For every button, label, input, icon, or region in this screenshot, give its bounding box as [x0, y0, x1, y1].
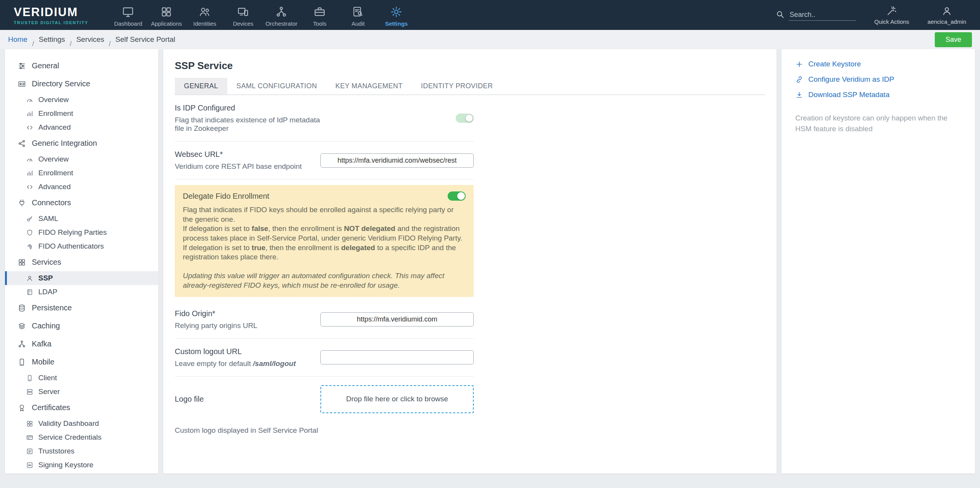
breadcrumb-services[interactable]: Services: [76, 35, 104, 44]
sidebar-subitem-configuration[interactable]: Configuration: [5, 472, 158, 473]
websec-url-input[interactable]: [320, 153, 474, 168]
sidebar-subitem-fido-authenticators[interactable]: FIDO Authenticators: [5, 239, 158, 253]
sidebar-item-directory-service[interactable]: Directory Service: [5, 75, 158, 93]
tools-icon: [314, 6, 326, 18]
is-idp-configured-toggle[interactable]: [456, 114, 474, 123]
brand-logo[interactable]: VERIDIUM TRUSTED DIGITAL IDENTITY: [14, 5, 88, 25]
sidebar-subitem-validity-dashboard[interactable]: Validity Dashboard: [5, 417, 158, 430]
toggle-knob: [457, 192, 465, 200]
sidebar-label: Validity Dashboard: [38, 419, 99, 428]
custom-logout-url-input[interactable]: [320, 350, 474, 364]
devices-icon: [237, 6, 249, 18]
sidebar-subitem-ds-advanced[interactable]: Advanced: [5, 120, 158, 134]
sidebar-label: LDAP: [38, 288, 57, 296]
tab-saml-configuration[interactable]: SAML CONFIGURATION: [227, 78, 326, 94]
identities-icon: [199, 6, 211, 18]
phone-icon: [26, 374, 33, 382]
sidebar-item-kafka[interactable]: Kafka: [5, 335, 158, 353]
nav-label: Devices: [233, 20, 253, 27]
shield-icon: [26, 229, 33, 236]
code-icon: [26, 183, 33, 191]
sidebar-subitem-ldap[interactable]: LDAP: [5, 285, 158, 299]
nav-devices[interactable]: Devices: [224, 3, 262, 27]
sidebar-subitem-client[interactable]: Client: [5, 371, 158, 385]
nav-tools[interactable]: Tools: [300, 3, 339, 27]
configure-veridium-as-idp-link[interactable]: Configure Veridium as IDP: [795, 75, 961, 84]
gauge-icon: [26, 96, 33, 104]
nav-audit[interactable]: Audit: [339, 3, 377, 27]
search-input[interactable]: [789, 9, 856, 21]
nav-label: Orchestrator: [266, 20, 297, 27]
sidebar-subitem-service-credentials[interactable]: Service Credentials: [5, 430, 158, 444]
tab-general[interactable]: GENERAL: [175, 78, 227, 94]
sidebar-item-persistence[interactable]: Persistence: [5, 299, 158, 317]
delegate-fido-toggle[interactable]: [448, 191, 466, 201]
field-description: Custom logo displayed in Self Service Po…: [175, 426, 474, 435]
download-ssp-metadata-link[interactable]: Download SSP Metadata: [795, 91, 961, 99]
sidebar-subitem-gi-enrollment[interactable]: Enrollment: [5, 166, 158, 180]
sidebar-item-services[interactable]: Services: [5, 253, 158, 271]
breadcrumb-current-page: Self Service Portal: [115, 35, 175, 44]
logo-file-dropzone[interactable]: Drop file here or click to browse: [320, 385, 474, 413]
sidebar-subitem-ssp[interactable]: SSP: [5, 271, 158, 285]
sidebar-subitem-saml[interactable]: SAML: [5, 212, 158, 226]
sidebar-label: Advanced: [38, 183, 71, 191]
field-warning-note: Updating this value will trigger an auto…: [183, 271, 466, 290]
dashboard-icon: [122, 6, 134, 18]
nav-label: Settings: [385, 20, 408, 27]
breadcrumb-settings[interactable]: Settings: [39, 35, 65, 44]
sidebar-label: Caching: [32, 321, 60, 330]
sidebar-label: Advanced: [38, 123, 71, 132]
brand-name: VERIDIUM: [14, 5, 88, 19]
sidebar-item-general[interactable]: General: [5, 57, 158, 75]
tab-identity-provider[interactable]: IDENTITY PROVIDER: [412, 78, 502, 94]
sidebar-subitem-server[interactable]: Server: [5, 385, 158, 399]
sidebar-item-mobile[interactable]: Mobile: [5, 353, 158, 371]
sidebar-item-generic-integration[interactable]: Generic Integration: [5, 134, 158, 152]
sidebar-subitem-fido-relying-parties[interactable]: FIDO Relying Parties: [5, 226, 158, 239]
sidebar-subitem-gi-overview[interactable]: Overview: [5, 152, 158, 166]
breadcrumb-separator: /: [32, 40, 34, 40]
create-keystore-link[interactable]: Create Keystore: [795, 60, 961, 68]
quick-actions-button[interactable]: Quick Actions: [874, 5, 909, 25]
breadcrumb-bar: Home / Settings / Services / Self Servic…: [0, 30, 980, 49]
nav-applications[interactable]: Applications: [147, 3, 185, 27]
sidebar-subitem-signing-keystore[interactable]: Signing Keystore: [5, 458, 158, 472]
sidebar-item-caching[interactable]: Caching: [5, 317, 158, 335]
layers-icon: [18, 322, 26, 330]
sidebar-subitem-ds-overview[interactable]: Overview: [5, 93, 158, 107]
sidebar-item-connectors[interactable]: Connectors: [5, 194, 158, 212]
sidebar-label: Certificates: [32, 403, 70, 412]
grid-icon: [26, 420, 33, 427]
sidebar-label: Enrollment: [38, 109, 73, 118]
breadcrumb-separator: /: [109, 40, 111, 40]
plus-icon: [795, 60, 803, 68]
bar-chart-icon: [26, 110, 33, 117]
sidebar-label: Directory Service: [32, 79, 90, 88]
field-description: Relying party origins URL: [175, 321, 320, 330]
breadcrumb-home[interactable]: Home: [8, 35, 28, 44]
sidebar-subitem-gi-advanced[interactable]: Advanced: [5, 180, 158, 194]
nav-settings[interactable]: Settings: [377, 3, 415, 27]
certificate-icon: [18, 404, 26, 412]
save-button[interactable]: Save: [935, 32, 972, 47]
field-description: If delegation is set to false, then the …: [183, 224, 466, 243]
sidebar-label: Services: [32, 258, 61, 267]
tab-key-management[interactable]: KEY MANAGEMENT: [326, 78, 412, 94]
settings-sidebar: General Directory Service Overview Enrol…: [5, 49, 158, 473]
sidebar-item-certificates[interactable]: Certificates: [5, 399, 158, 417]
main-panel: SSP Service GENERAL SAML CONFIGURATION K…: [163, 49, 776, 473]
sidebar-label: Generic Integration: [32, 139, 97, 148]
person-icon: [26, 275, 33, 282]
nav-dashboard[interactable]: Dashboard: [109, 3, 147, 27]
user-menu[interactable]: aencica_admin: [927, 5, 966, 25]
sidebar-subitem-ds-enrollment[interactable]: Enrollment: [5, 107, 158, 120]
field-label: Custom logout URL: [175, 347, 320, 356]
nav-identities[interactable]: Identities: [185, 3, 224, 27]
nav-orchestrator[interactable]: Orchestrator: [262, 3, 300, 27]
fido-origin-input[interactable]: [320, 312, 474, 326]
gauge-icon: [26, 156, 33, 163]
sidebar-subitem-truststores[interactable]: Truststores: [5, 444, 158, 458]
nav-label: Audit: [351, 20, 364, 27]
plug-icon: [18, 199, 26, 207]
